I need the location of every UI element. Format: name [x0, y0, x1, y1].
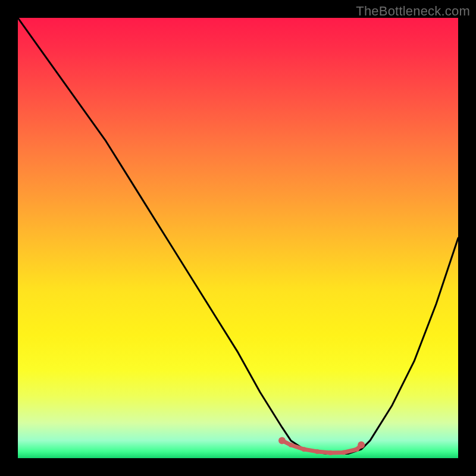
trough-marker [358, 441, 365, 449]
bottleneck-curve-line [18, 18, 458, 454]
trough-marker [278, 437, 286, 444]
plot-area [18, 18, 458, 458]
watermark-text: TheBottleneck.com [356, 4, 470, 19]
trough-marker [342, 450, 346, 455]
trough-marker [315, 449, 320, 454]
curve-svg [18, 18, 458, 458]
chart-frame: TheBottleneck.com [0, 0, 476, 476]
trough-marker [355, 447, 359, 452]
trough-marker [302, 447, 306, 452]
trough-marker [289, 443, 293, 447]
trough-marker [328, 450, 333, 455]
